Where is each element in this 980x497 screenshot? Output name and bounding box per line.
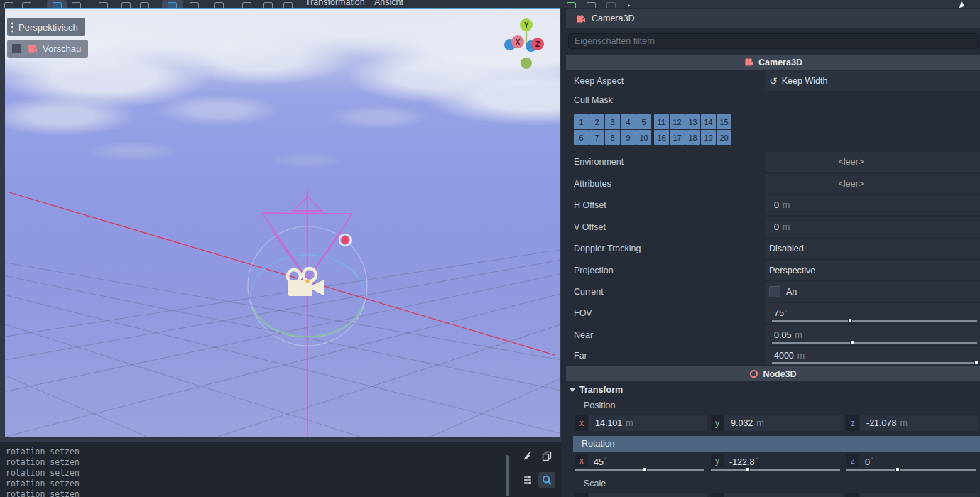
property-row-fov: FOV 75 ° [568,302,980,324]
rotation-x-slider[interactable] [575,469,704,471]
list-select-icon[interactable] [190,2,199,8]
copy-icon [541,450,552,462]
cull-mask-cell[interactable]: 16 [654,130,669,145]
menu-transformation[interactable]: Transformation [305,0,365,7]
v-offset-field[interactable]: 0 m [765,217,980,237]
3d-viewport[interactable]: Perspektivisch Vorschau Y X Z [5,8,560,437]
cull-mask-cell[interactable]: 20 [717,130,731,145]
perspective-label: Perspektivisch [18,22,78,33]
load-resource-icon[interactable] [587,2,596,8]
far-slider-knob[interactable] [974,360,979,364]
cull-mask-cell[interactable]: 6 [574,130,589,145]
group-icon[interactable] [140,2,149,8]
cull-mask-cell[interactable]: 19 [701,130,716,145]
menu-ansicht[interactable]: Ansicht [374,0,403,7]
revert-icon[interactable]: ↺ [769,75,778,87]
axis-y-tag: y [711,415,724,431]
cull-mask-cell[interactable]: 1 [574,114,589,129]
rotation-z-field[interactable]: 0° [865,456,873,467]
keep-aspect-value[interactable]: Keep Width [782,76,828,86]
position-y-field[interactable]: 9.032 m [724,415,843,431]
transform-group-header[interactable]: Transform [570,383,623,397]
axis-orientation-gizmo[interactable]: Y X Z [501,15,557,75]
rotation-x-field[interactable]: 45° [594,456,607,467]
world-icon[interactable] [263,2,273,8]
doppler-tracking-dropdown[interactable]: Disabled [765,239,980,258]
camera-gizmo-icon[interactable] [288,268,324,296]
divider [516,442,516,497]
fov-slider[interactable] [772,320,977,322]
inspector-menu-icon[interactable] [628,2,636,8]
property-label: Near [574,324,593,346]
move-tool-icon[interactable] [53,2,62,8]
console-line: rotation setzen [0,489,561,497]
h-offset-field[interactable]: 0 m [765,195,980,215]
cull-mask-cell[interactable]: 5 [636,114,651,129]
filter-properties-input[interactable] [568,33,979,49]
rotation-y-knob[interactable] [746,467,750,471]
rotation-z-knob[interactable] [895,467,900,471]
preview-toggle[interactable]: Vorschau [7,40,88,58]
cull-mask-cell[interactable]: 2 [589,114,604,129]
dropdown-tool-icon[interactable] [22,2,31,8]
near-field[interactable]: 0.05 m [765,325,980,345]
section-header-camera3d[interactable]: Camera3D [566,55,980,70]
projection-dropdown[interactable]: Perspective [765,261,980,280]
far-slider[interactable] [772,362,977,364]
scale-tool-icon[interactable] [99,2,108,8]
axis-y-negative[interactable] [521,58,532,69]
rotation-label-highlighted[interactable]: Rotation [573,436,980,452]
cull-mask-cell[interactable]: 10 [636,130,651,145]
cull-mask-cell[interactable]: 18 [685,130,700,145]
snap-icon[interactable] [214,2,224,8]
select-tool-icon[interactable] [4,2,13,8]
section-header-node3d[interactable]: Node3D [566,366,980,381]
save-resource-icon[interactable] [606,2,616,8]
cull-mask-cell[interactable]: 8 [605,130,620,145]
cull-mask-cell[interactable]: 3 [605,114,620,129]
cull-mask-cell[interactable]: 12 [670,114,685,129]
property-label: Keep Aspect [574,70,624,92]
position-z-field[interactable]: -21.078 m [860,415,979,431]
ruler-mode-icon[interactable] [168,2,177,8]
rotation-x-knob[interactable] [643,467,647,471]
console-scrollbar[interactable] [506,455,509,496]
inspector-node-header[interactable]: Camera3D [566,9,980,28]
near-slider[interactable] [772,342,977,344]
local-space-icon[interactable] [242,2,251,8]
position-x-field[interactable]: 14.101 m [589,415,707,431]
fov-slider-knob[interactable] [848,318,852,322]
cull-mask-cell[interactable]: 13 [685,114,700,129]
search-console-button[interactable] [538,472,555,488]
rotation-z-slider[interactable] [846,469,976,471]
node3d-icon [749,369,758,378]
rotation-y-slider[interactable] [711,469,840,471]
far-field[interactable]: 4000 m [765,346,980,365]
rotation-y-field[interactable]: -122.8° [729,456,758,467]
cull-mask-cell[interactable]: 4 [621,114,636,129]
current-checkbox[interactable] [769,286,780,297]
lock-icon[interactable] [121,2,131,8]
overflow-menu-icon[interactable] [283,2,293,8]
axis-x-tag: x [575,454,588,467]
environment-value[interactable]: <leer> [765,151,937,173]
copy-console-button[interactable] [538,448,555,464]
cull-mask-cell[interactable]: 14 [701,114,716,129]
property-label: H Offset [574,195,606,216]
cull-mask-cell[interactable]: 15 [717,114,731,129]
filter-messages-button[interactable] [519,472,536,488]
fov-field[interactable]: 75 ° [765,303,980,323]
attributes-value[interactable]: <leer> [765,173,937,195]
cull-mask-cell[interactable]: 7 [589,130,604,145]
perspective-menu-button[interactable]: Perspektivisch [7,18,85,36]
preview-checkbox[interactable] [11,43,22,54]
rotate-tool-icon[interactable] [72,2,81,8]
new-resource-icon[interactable] [567,2,576,8]
cull-mask-cell[interactable]: 17 [670,130,685,145]
near-slider-knob[interactable] [850,340,854,344]
gizmo-handle-dot[interactable] [342,236,349,244]
clear-console-button[interactable] [519,448,536,464]
cull-mask-cell[interactable]: 9 [621,130,636,145]
cull-mask-cell[interactable]: 11 [654,114,669,129]
current-checkbox-label: An [786,287,797,297]
